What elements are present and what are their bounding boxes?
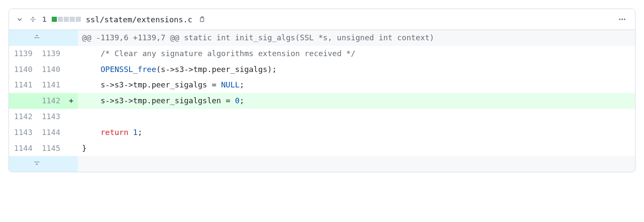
hunk-marker <box>65 30 78 46</box>
change-count: 1 <box>42 15 47 24</box>
diff-marker <box>65 77 78 93</box>
svg-point-11 <box>36 37 37 38</box>
kebab-menu-icon[interactable] <box>616 13 628 25</box>
code-content <box>78 109 635 125</box>
code-content: } <box>78 141 635 156</box>
diff-marker <box>65 109 78 125</box>
diff-line: 1142+ s->s3->tmp.peer_sigalgslen = 0; <box>9 93 635 109</box>
diff-marker: + <box>65 93 78 109</box>
hunk-marker <box>65 156 78 172</box>
svg-point-15 <box>35 162 36 162</box>
svg-point-4 <box>35 19 35 20</box>
old-line-number[interactable]: 1141 <box>9 77 37 93</box>
diff-marker <box>65 46 78 62</box>
diff-line: 11391139 /* Clear any signature algorith… <box>9 46 635 62</box>
diff-block-neutral <box>58 17 63 22</box>
diff-marker <box>65 125 78 141</box>
code-content: OPENSSL_free(s->s3->tmp.peer_sigalgs); <box>78 62 635 78</box>
svg-point-3 <box>34 19 35 20</box>
expand-up-button[interactable] <box>9 30 65 46</box>
expand-all-icon[interactable] <box>29 15 37 24</box>
new-line-number[interactable]: 1145 <box>37 141 65 156</box>
diff-line: 11411141 s->s3->tmp.peer_sigalgs = NULL; <box>9 77 635 93</box>
new-line-number[interactable]: 1143 <box>37 109 65 125</box>
diff-stat-bar <box>52 17 81 22</box>
hunk-header-row: @@ -1139,6 +1139,7 @@ static int init_si… <box>9 30 635 46</box>
file-path[interactable]: ssl/statem/extensions.c <box>86 15 192 24</box>
code-content: /* Clear any signature algorithms extens… <box>78 46 635 62</box>
svg-point-8 <box>624 18 626 20</box>
svg-point-7 <box>621 18 623 20</box>
diff-block-add <box>52 17 57 22</box>
new-line-number[interactable]: 1139 <box>37 46 65 62</box>
svg-point-12 <box>38 37 38 38</box>
new-line-number[interactable]: 1141 <box>37 77 65 93</box>
svg-point-10 <box>35 37 36 38</box>
old-line-number[interactable] <box>9 93 37 109</box>
expand-down-button[interactable] <box>9 156 65 172</box>
diff-file-container: 1 ssl/statem/extensions.c @@ -11 <box>9 9 635 172</box>
svg-point-17 <box>38 162 38 162</box>
svg-point-14 <box>34 162 35 162</box>
diff-table: @@ -1139,6 +1139,7 @@ static int init_si… <box>9 30 635 172</box>
diff-line: 11421143 <box>9 109 635 125</box>
expand-up-icon <box>13 33 60 40</box>
svg-point-9 <box>34 37 35 38</box>
code-content: s->s3->tmp.peer_sigalgs = NULL; <box>78 77 635 93</box>
diff-block-neutral <box>76 17 81 22</box>
expand-down-icon <box>13 159 60 166</box>
new-line-number[interactable]: 1144 <box>37 125 65 141</box>
copy-path-icon[interactable] <box>198 15 206 24</box>
svg-point-1 <box>32 19 32 20</box>
expand-down-spacer <box>78 156 635 172</box>
diff-block-neutral <box>64 17 69 22</box>
old-line-number[interactable]: 1144 <box>9 141 37 156</box>
code-content: s->s3->tmp.peer_sigalgslen = 0; <box>78 93 635 109</box>
diff-block-neutral <box>70 17 75 22</box>
old-line-number[interactable]: 1142 <box>9 109 37 125</box>
diff-marker <box>65 62 78 78</box>
old-line-number[interactable]: 1139 <box>9 46 37 62</box>
file-header-left: 1 ssl/statem/extensions.c <box>16 15 206 24</box>
diff-line: 11431144 return 1; <box>9 125 635 141</box>
svg-point-0 <box>30 19 31 20</box>
new-line-number[interactable]: 1142 <box>37 93 65 109</box>
svg-point-13 <box>38 37 39 38</box>
diff-line: 11401140 OPENSSL_free(s->s3->tmp.peer_si… <box>9 62 635 78</box>
old-line-number[interactable]: 1143 <box>9 125 37 141</box>
file-header: 1 ssl/statem/extensions.c <box>9 9 635 30</box>
code-content: return 1; <box>78 125 635 141</box>
svg-point-2 <box>32 19 33 20</box>
svg-point-16 <box>36 162 37 162</box>
old-line-number[interactable]: 1140 <box>9 62 37 78</box>
svg-rect-5 <box>200 18 204 22</box>
svg-point-6 <box>619 18 621 20</box>
diff-marker <box>65 141 78 156</box>
svg-point-18 <box>38 162 39 162</box>
diff-line: 11441145} <box>9 141 635 156</box>
hunk-header-text: @@ -1139,6 +1139,7 @@ static int init_si… <box>78 30 635 46</box>
new-line-number[interactable]: 1140 <box>37 62 65 78</box>
chevron-down-icon[interactable] <box>16 15 24 23</box>
expand-down-row <box>9 156 635 172</box>
